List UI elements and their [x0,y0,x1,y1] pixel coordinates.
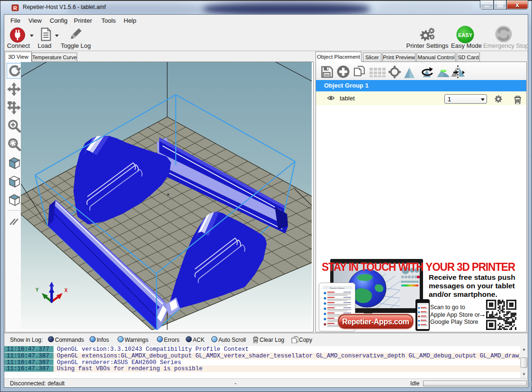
svg-text:*: * [167,192,170,199]
svg-text:R: R [13,5,17,11]
svg-text:EASY: EASY [458,32,473,38]
svg-text:X: X [64,288,68,293]
svg-text:Y: Y [36,287,39,293]
svg-text:Repetier Informer: Repetier Informer [330,287,345,289]
